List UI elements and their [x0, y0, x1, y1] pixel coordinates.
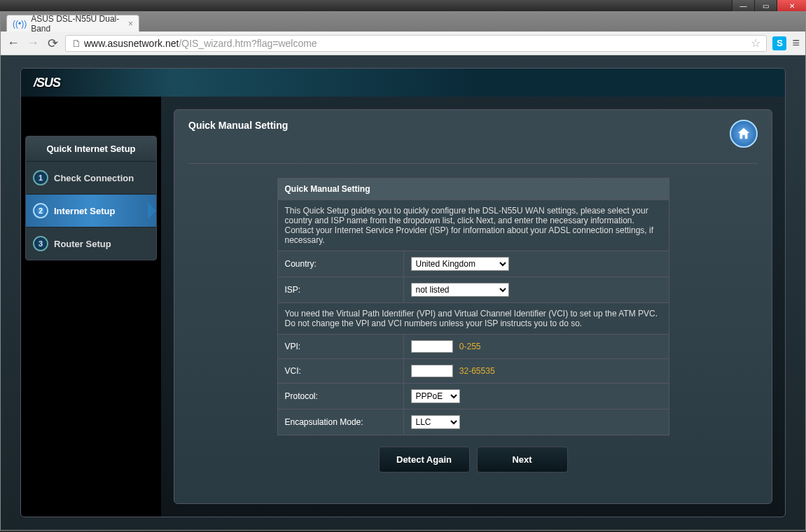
button-row: Detect Again Next — [188, 447, 758, 472]
url-bar: ← → ⟳ 🗋 www.asusnetwork.net /QIS_wizard.… — [1, 31, 805, 55]
browser-tab[interactable]: ((•)) ASUS DSL-N55U Dual-Band × — [6, 15, 139, 31]
vpi-vci-note: You need the Virtual Path Identifier (VP… — [277, 303, 669, 335]
forward-button[interactable]: → — [26, 36, 40, 50]
asus-logo: /SUS — [34, 76, 60, 90]
step-number: 3 — [33, 236, 48, 251]
router-header: /SUS — [21, 69, 785, 97]
step-internet-setup[interactable]: 2 Internet Setup — [26, 194, 156, 227]
sidebar-box: Quick Internet Setup 1 Check Connection … — [25, 136, 157, 260]
isp-cell: not listed — [403, 277, 669, 303]
vpi-cell: 0-255 — [403, 335, 669, 359]
settings-panel: Quick Manual Setting Quick Manual Settin… — [174, 109, 772, 504]
url-path: /QIS_wizard.htm?flag=welcome — [179, 38, 317, 49]
browser-window: ((•)) ASUS DSL-N55U Dual-Band × ← → ⟳ 🗋 … — [0, 11, 806, 531]
bookmark-star-icon[interactable]: ☆ — [751, 36, 760, 50]
vci-input[interactable] — [411, 365, 453, 377]
table-header: Quick Manual Setting — [277, 178, 669, 200]
close-tab-icon[interactable]: × — [128, 19, 133, 29]
vci-cell: 32-65535 — [403, 359, 669, 384]
vci-label: VCI: — [277, 359, 403, 384]
step-label: Internet Setup — [54, 206, 115, 216]
vpi-hint: 0-255 — [459, 342, 481, 351]
os-close-button[interactable]: ✕ — [777, 0, 806, 11]
os-minimize-button[interactable]: — — [732, 0, 754, 11]
intro-text: This Quick Setup guides you to quickly c… — [277, 200, 669, 251]
router-viewport: /SUS Quick Internet Setup 1 Check Connec… — [1, 55, 805, 530]
detect-again-button[interactable]: Detect Again — [379, 447, 470, 472]
divider — [188, 163, 758, 164]
house-icon — [736, 126, 751, 141]
country-label: Country: — [277, 251, 403, 277]
step-label: Check Connection — [54, 173, 134, 183]
os-titlebar: — ▭ ✕ — [0, 0, 806, 11]
isp-label: ISP: — [277, 277, 403, 303]
encapsulation-select[interactable]: LLC — [411, 415, 460, 429]
home-icon[interactable] — [730, 120, 758, 148]
step-number: 1 — [33, 170, 48, 186]
skype-extension-icon[interactable]: S — [772, 36, 786, 50]
router-frame: /SUS Quick Internet Setup 1 Check Connec… — [20, 68, 786, 517]
tab-title: ASUS DSL-N55U Dual-Band — [31, 14, 124, 34]
vpi-label: VPI: — [277, 335, 403, 359]
encapsulation-cell: LLC — [403, 410, 669, 435]
step-check-connection[interactable]: 1 Check Connection — [26, 161, 156, 194]
globe-icon: 🗋 — [71, 38, 81, 49]
chrome-menu-icon[interactable]: ≡ — [792, 36, 800, 50]
next-button[interactable]: Next — [477, 447, 568, 472]
main-area: Quick Manual Setting Quick Manual Settin… — [161, 97, 785, 517]
country-cell: United Kingdom — [403, 251, 669, 277]
protocol-select[interactable]: PPPoE — [411, 389, 460, 403]
protocol-cell: PPPoE — [403, 384, 669, 410]
country-select[interactable]: United Kingdom — [411, 257, 509, 271]
encapsulation-label: Encapsulation Mode: — [277, 410, 403, 435]
vpi-input[interactable] — [411, 340, 453, 353]
protocol-label: Protocol: — [277, 384, 403, 410]
panel-title: Quick Manual Setting — [188, 120, 758, 131]
back-button[interactable]: ← — [6, 36, 20, 50]
settings-table: Quick Manual Setting This Quick Setup gu… — [277, 178, 669, 435]
isp-select[interactable]: not listed — [411, 283, 509, 297]
step-number: 2 — [33, 203, 48, 218]
reload-button[interactable]: ⟳ — [46, 36, 60, 51]
sidebar-title: Quick Internet Setup — [26, 136, 156, 161]
router-body: Quick Internet Setup 1 Check Connection … — [21, 97, 785, 517]
vci-hint: 32-65535 — [459, 366, 495, 376]
step-label: Router Setup — [54, 239, 111, 249]
url-domain: www.asusnetwork.net — [84, 38, 179, 49]
wifi-icon: ((•)) — [13, 19, 27, 29]
tab-strip: ((•)) ASUS DSL-N55U Dual-Band × — [1, 12, 805, 31]
sidebar: Quick Internet Setup 1 Check Connection … — [21, 97, 161, 517]
step-router-setup[interactable]: 3 Router Setup — [26, 227, 156, 260]
address-bar[interactable]: 🗋 www.asusnetwork.net /QIS_wizard.htm?fl… — [65, 35, 767, 52]
os-maximize-button[interactable]: ▭ — [754, 0, 777, 11]
